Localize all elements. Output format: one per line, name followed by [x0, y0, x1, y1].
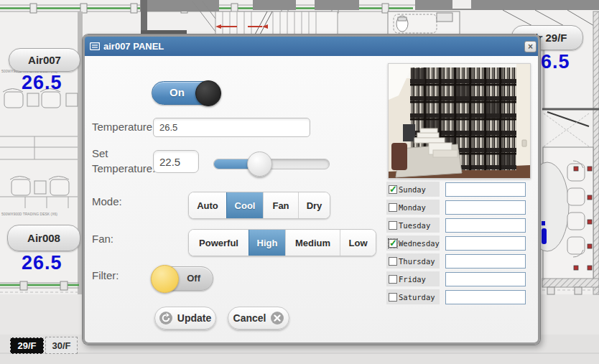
fan-powerful-button[interactable]: Powerful — [189, 230, 249, 256]
refresh-icon — [159, 312, 172, 325]
air008-zone-label: Air008 — [27, 232, 60, 244]
wednesday-time-input[interactable] — [445, 236, 526, 251]
schedule-row-tuesday: Tuesday — [386, 218, 539, 233]
fan-medium-button[interactable]: Medium — [285, 230, 340, 256]
close-icon[interactable]: × — [524, 41, 537, 52]
schedule-row-saturday: Saturday — [386, 289, 539, 304]
tab-30f-label: 30/F — [52, 340, 70, 351]
fan-low-label: Low — [349, 238, 368, 248]
mode-fan-label: Fan — [272, 200, 289, 211]
tuesday-time-input[interactable] — [445, 218, 526, 233]
saturday-label: Saturday — [399, 293, 435, 302]
mode-cool-button[interactable]: Cool — [226, 192, 263, 218]
power-toggle-label: On — [170, 86, 185, 98]
set-temperature-input[interactable] — [153, 150, 199, 173]
mode-label: Mode: — [92, 195, 122, 207]
fan-segmented-control: Powerful High Medium Low — [188, 229, 376, 256]
cancel-button-label: Cancel — [233, 312, 266, 324]
power-toggle[interactable]: On — [152, 81, 220, 105]
sunday-checkbox[interactable] — [389, 185, 397, 194]
wednesday-label: Wednesday — [399, 239, 440, 248]
set-temperature-label-line2: Temperature. — [92, 162, 155, 174]
mode-fan-button[interactable]: Fan — [263, 192, 298, 218]
panel-window-icon — [90, 42, 100, 50]
sunday-label: Sunday — [399, 185, 426, 194]
update-button[interactable]: Update — [154, 307, 216, 330]
close-glyph: × — [528, 42, 533, 52]
power-toggle-knob[interactable] — [195, 80, 221, 106]
tuesday-checkbox[interactable] — [389, 221, 397, 230]
filter-toggle-knob[interactable] — [151, 265, 179, 293]
cancel-button[interactable]: Cancel — [228, 307, 289, 330]
thursday-label: Thursday — [399, 257, 435, 266]
monday-label: Monday — [399, 203, 426, 212]
thursday-time-input[interactable] — [445, 254, 526, 269]
schedule-row-thursday: Thursday — [386, 253, 539, 269]
fan-label: Fan: — [92, 233, 113, 245]
air007-panel-dialog: air007 PANEL × On Temperature Set Temper… — [83, 34, 540, 345]
temperature-input[interactable] — [153, 118, 310, 137]
cancel-x-icon — [271, 312, 284, 325]
fan-high-button[interactable]: High — [249, 230, 285, 256]
monday-time-input[interactable] — [445, 200, 526, 215]
friday-time-input[interactable] — [445, 272, 526, 286]
fan-powerful-label: Powerful — [199, 238, 238, 248]
schedule-row-wednesday: Wednesday — [386, 235, 539, 251]
room-camera-photo — [388, 63, 531, 179]
sunday-time-input[interactable] — [445, 182, 526, 197]
tab-30f[interactable]: 30/F — [45, 337, 78, 354]
mode-dry-button[interactable]: Dry — [298, 192, 330, 218]
mode-auto-label: Auto — [197, 200, 218, 211]
dialog-title: air007 PANEL — [103, 41, 164, 52]
mode-auto-button[interactable]: Auto — [189, 192, 226, 218]
weekly-schedule: Sunday Monday Tuesday Wednesday Thursday — [386, 182, 539, 307]
update-button-label: Update — [177, 312, 211, 324]
fan-high-label: High — [257, 238, 278, 248]
air29f-temperature: 6.5 — [541, 51, 570, 73]
dialog-titlebar[interactable]: air007 PANEL — [85, 37, 538, 56]
air007-zone-button[interactable]: Air007 — [9, 48, 80, 72]
mode-segmented-control: Auto Cool Fan Dry — [188, 192, 330, 219]
friday-label: Friday — [399, 275, 426, 284]
filter-label: Filter: — [92, 269, 119, 281]
filter-toggle[interactable]: Off — [152, 266, 213, 291]
saturday-time-input[interactable] — [445, 290, 526, 304]
tab-29f[interactable]: 29/F — [10, 337, 44, 354]
air008-zone-button[interactable]: Air008 — [7, 225, 80, 251]
slider-knob[interactable] — [247, 151, 272, 177]
set-temperature-label-line1: Set — [92, 147, 108, 159]
monday-checkbox[interactable] — [389, 203, 397, 212]
wednesday-checkbox[interactable] — [389, 239, 397, 248]
mode-dry-label: Dry — [307, 200, 322, 211]
temperature-label: Temperature — [92, 121, 152, 133]
saturday-checkbox[interactable] — [389, 293, 397, 302]
thursday-checkbox[interactable] — [389, 257, 397, 266]
fan-low-button[interactable]: Low — [340, 230, 376, 256]
filter-toggle-state: Off — [187, 273, 200, 284]
schedule-row-monday: Monday — [386, 200, 539, 215]
air008-temperature: 26.5 — [22, 252, 62, 274]
air007-zone-label: Air007 — [28, 54, 61, 66]
mode-cool-label: Cool — [235, 200, 256, 211]
schedule-row-sunday: Sunday — [386, 182, 539, 197]
desk-label: 500WX900D TRADING DESK (X6) — [1, 212, 57, 216]
air007-temperature: 26.5 — [22, 72, 62, 94]
friday-checkbox[interactable] — [389, 275, 397, 284]
set-temperature-slider[interactable] — [213, 159, 330, 169]
fan-medium-label: Medium — [295, 238, 330, 248]
schedule-row-friday: Friday — [386, 271, 539, 286]
tab-29f-label: 29/F — [17, 340, 36, 351]
tuesday-label: Tuesday — [399, 221, 430, 230]
